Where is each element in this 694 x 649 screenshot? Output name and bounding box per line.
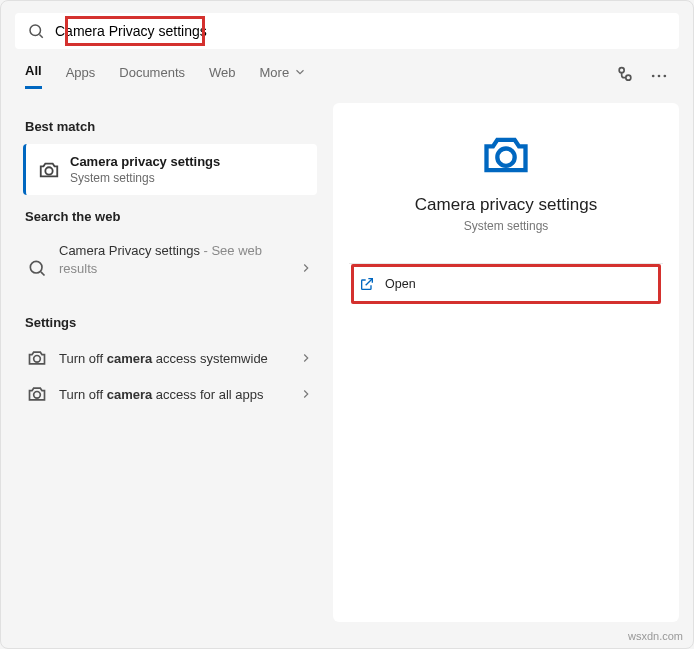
best-match-title: Camera privacy settings: [70, 154, 220, 169]
svg-point-11: [34, 392, 41, 399]
search-filter-tabs: All Apps Documents Web More: [1, 53, 693, 89]
account-flow-icon[interactable]: [615, 66, 635, 86]
web-result-item[interactable]: Camera Privacy settings - See web result…: [23, 234, 317, 301]
svg-point-6: [664, 75, 667, 78]
tab-more[interactable]: More: [260, 65, 308, 88]
chevron-down-icon: [293, 65, 307, 79]
camera-icon: [27, 384, 47, 404]
search-input[interactable]: [55, 23, 667, 39]
chevron-right-icon: [299, 387, 313, 401]
settings-item-label: Turn off camera access systemwide: [59, 350, 287, 368]
group-header-best-match: Best match: [25, 119, 317, 134]
camera-icon: [480, 129, 532, 181]
chevron-right-icon: [299, 261, 313, 275]
svg-point-5: [658, 75, 661, 78]
svg-point-2: [619, 68, 624, 73]
divider: [349, 263, 663, 264]
svg-point-0: [30, 25, 41, 36]
group-header-search-web: Search the web: [25, 209, 317, 224]
preview-title: Camera privacy settings: [353, 195, 659, 215]
more-options-icon[interactable]: [649, 66, 669, 86]
best-match-subtitle: System settings: [70, 171, 220, 185]
chevron-right-icon: [299, 351, 313, 365]
camera-icon: [38, 159, 60, 181]
svg-point-10: [34, 356, 41, 363]
watermark: wsxdn.com: [628, 630, 683, 642]
open-button[interactable]: Open: [353, 266, 659, 302]
web-result-title: Camera Privacy settings: [59, 243, 200, 258]
svg-line-1: [39, 34, 42, 37]
web-result-sub: [59, 277, 287, 293]
search-icon: [27, 22, 45, 40]
search-icon: [27, 258, 47, 278]
best-match-result[interactable]: Camera privacy settings System settings: [23, 144, 317, 195]
settings-item-camera-systemwide[interactable]: Turn off camera access systemwide: [23, 340, 317, 376]
tab-all[interactable]: All: [25, 63, 42, 89]
group-header-settings: Settings: [25, 315, 317, 330]
camera-icon: [27, 348, 47, 368]
tab-documents[interactable]: Documents: [119, 65, 185, 88]
settings-item-camera-all-apps[interactable]: Turn off camera access for all apps: [23, 376, 317, 412]
result-preview-pane: Camera privacy settings System settings …: [333, 103, 679, 622]
open-label: Open: [385, 277, 416, 291]
svg-point-3: [626, 75, 631, 80]
search-bar[interactable]: [15, 13, 679, 49]
results-left-pane: Best match Camera privacy settings Syste…: [1, 95, 325, 636]
open-external-icon: [359, 276, 375, 292]
tab-web[interactable]: Web: [209, 65, 236, 88]
svg-line-9: [41, 272, 45, 276]
tab-apps[interactable]: Apps: [66, 65, 96, 88]
svg-point-12: [497, 149, 514, 166]
settings-item-label: Turn off camera access for all apps: [59, 386, 287, 404]
svg-point-4: [652, 75, 655, 78]
svg-point-7: [45, 167, 52, 174]
svg-point-8: [30, 261, 42, 273]
preview-subtitle: System settings: [353, 219, 659, 233]
